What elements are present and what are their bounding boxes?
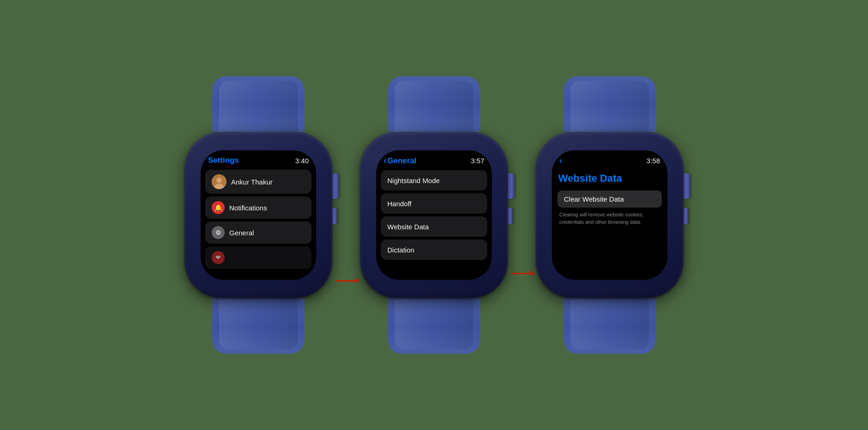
menu-item-notifications[interactable]: 🔔 Notifications xyxy=(205,197,312,219)
band-bottom-1 xyxy=(212,298,305,354)
watch-1: Settings 3:40 Ankur Thakur xyxy=(184,76,332,354)
menu-item-partial: ❤ xyxy=(205,246,312,269)
general-label: General xyxy=(229,229,305,237)
back-arrow-icon-2: ‹ xyxy=(384,156,386,166)
menu-list-1: Ankur Thakur 🔔 Notifications ⚙ General xyxy=(201,168,316,280)
svg-point-1 xyxy=(216,178,222,183)
partial-icon: ❤ xyxy=(212,251,225,264)
notifications-label: Notifications xyxy=(229,204,305,212)
arrow-line xyxy=(336,280,355,282)
band-bottom-2 xyxy=(388,298,480,354)
dictation-label: Dictation xyxy=(387,246,481,254)
page-title: Website Data xyxy=(558,172,622,184)
handoff-label: Handoff xyxy=(387,200,481,208)
watch-body-3: ‹ 3:58 Website Data Clear Website Data C… xyxy=(536,132,684,298)
bell-icon: 🔔 xyxy=(214,204,222,211)
watch-screen-3: ‹ 3:58 Website Data Clear Website Data C… xyxy=(552,150,667,280)
screen-time-1: 3:40 xyxy=(295,157,309,165)
watch-body-2: ‹ General 3:57 Nightstand Mode Handoff W… xyxy=(360,132,508,298)
screen-header-1: Settings 3:40 xyxy=(201,150,316,168)
avatar xyxy=(212,174,226,189)
menu-item-website-data[interactable]: Website Data xyxy=(381,216,487,237)
general-icon: ⚙ xyxy=(212,226,225,239)
menu-item-general[interactable]: ⚙ General xyxy=(205,221,312,244)
screen-header-2: ‹ General 3:57 xyxy=(376,150,492,168)
description-text: Clearing will remove website cookies, cr… xyxy=(557,211,662,226)
nightstand-label: Nightstand Mode xyxy=(387,177,481,184)
band-top-2 xyxy=(388,76,480,132)
menu-item-profile[interactable]: Ankur Thakur xyxy=(205,170,312,194)
watch-2: ‹ General 3:57 Nightstand Mode Handoff W… xyxy=(360,76,508,354)
back-arrow-icon-3: ‹ xyxy=(559,156,562,166)
menu-list-2: Nightstand Mode Handoff Website Data Dic… xyxy=(376,168,492,280)
watch-body-1: Settings 3:40 Ankur Thakur xyxy=(184,132,332,298)
watch-3: ‹ 3:58 Website Data Clear Website Data C… xyxy=(536,76,684,354)
clear-website-data-button[interactable]: Clear Website Data xyxy=(557,190,662,208)
content-area: Clear Website Data Clearing will remove … xyxy=(552,187,667,280)
website-data-label: Website Data xyxy=(387,223,481,231)
band-bottom-3 xyxy=(563,298,656,354)
arrow-head xyxy=(355,278,359,283)
screen-time-2: 3:57 xyxy=(471,157,484,165)
watch-screen-2: ‹ General 3:57 Nightstand Mode Handoff W… xyxy=(376,150,492,280)
band-top-1 xyxy=(212,76,305,132)
screen-header-3: ‹ 3:58 xyxy=(552,150,667,168)
screen-title-2: General xyxy=(387,156,416,166)
menu-item-dictation[interactable]: Dictation xyxy=(381,240,487,260)
avatar-svg xyxy=(212,174,226,189)
menu-item-handoff[interactable]: Handoff xyxy=(381,193,487,214)
band-top-3 xyxy=(563,76,656,132)
arrow-website-data xyxy=(512,270,535,276)
arrow-line-2 xyxy=(512,273,530,274)
profile-name: Ankur Thakur xyxy=(231,178,305,186)
notifications-icon: 🔔 xyxy=(212,201,225,214)
large-title-area: Website Data xyxy=(552,168,667,187)
screen-title-1: Settings xyxy=(208,156,239,165)
menu-item-nightstand[interactable]: Nightstand Mode xyxy=(381,170,487,190)
watch-screen-1: Settings 3:40 Ankur Thakur xyxy=(201,150,316,280)
gear-icon: ⚙ xyxy=(215,229,221,236)
arrow-general xyxy=(336,278,359,283)
arrow-head-2 xyxy=(530,270,535,276)
screen-time-3: 3:58 xyxy=(647,157,660,165)
